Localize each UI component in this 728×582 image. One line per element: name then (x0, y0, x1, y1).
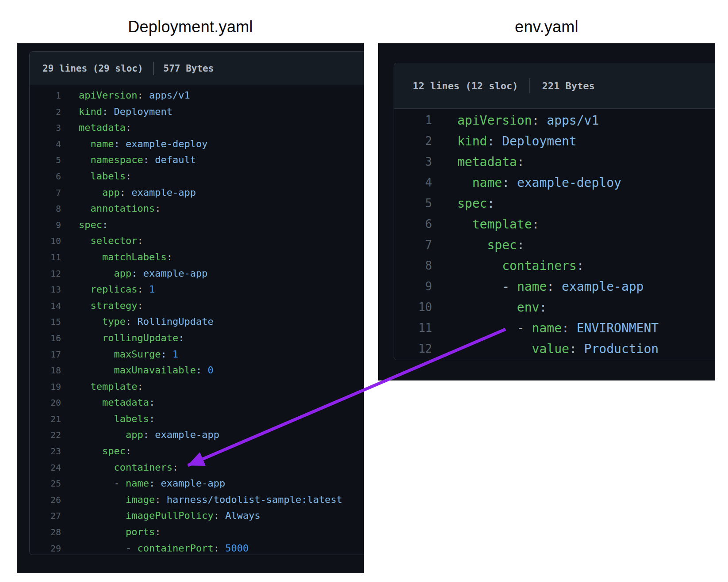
code-text: env: (432, 297, 547, 318)
code-text: containers: (432, 255, 584, 276)
line-number: 15 (30, 314, 61, 330)
line-number: 26 (30, 492, 61, 508)
line-number: 4 (394, 172, 432, 193)
code-text: image: harness/todolist-sample:latest (61, 492, 342, 508)
yaml-colon: : (487, 196, 494, 211)
code-line: 24 containers: (30, 460, 364, 476)
line-number: 20 (30, 395, 61, 411)
yaml-key: metadata (79, 122, 126, 133)
code-text: template: (61, 379, 143, 395)
code-line: 8 annotations: (30, 201, 364, 217)
yaml-key: maxUnavailable (114, 365, 195, 376)
yaml-colon: : (155, 203, 161, 214)
line-number: 23 (30, 443, 61, 460)
yaml-key: kind (457, 134, 487, 148)
yaml-value: Always (225, 510, 260, 521)
line-number: 5 (30, 152, 61, 168)
file-title-env-yaml: env.yaml (378, 18, 715, 36)
yaml-colon: : (114, 138, 119, 149)
code-line: 1apiVersion: apps/v1 (30, 87, 364, 104)
yaml-colon: : (149, 397, 155, 408)
code-text: spec: (61, 443, 131, 460)
yaml-value: Production (584, 342, 659, 356)
yaml-dash: - (126, 543, 138, 554)
line-number: 4 (30, 136, 61, 152)
yaml-key: containerPort (137, 543, 213, 554)
yaml-colon: : (143, 154, 149, 165)
yaml-dash: - (114, 478, 126, 489)
yaml-key: name (91, 138, 114, 149)
yaml-colon: : (532, 113, 540, 128)
yaml-key: metadata (457, 155, 517, 169)
yaml-key: image (126, 494, 155, 505)
yaml-colon: : (547, 279, 554, 294)
code-line: 3metadata: (394, 152, 715, 172)
file-size-label: 577 Bytes (164, 63, 214, 74)
yaml-colon: : (167, 251, 172, 262)
code-text: spec: (432, 193, 494, 214)
code-text: spec: (61, 217, 108, 233)
deployment-yaml-code[interactable]: 1apiVersion: apps/v12kind: Deployment3me… (30, 85, 364, 556)
code-text: name: example-deploy (61, 136, 207, 152)
code-text: template: (432, 214, 539, 235)
yaml-key: spec (79, 219, 102, 230)
line-number: 5 (394, 193, 432, 214)
yaml-key: env (517, 300, 540, 315)
yaml-colon: : (126, 316, 131, 327)
yaml-key: containers (114, 462, 172, 473)
code-line: 12 app: example-app (30, 266, 364, 282)
code-line: 6 labels: (30, 168, 364, 185)
env-yaml-code[interactable]: 1apiVersion: apps/v12kind: Deployment3me… (394, 109, 715, 359)
yaml-colon: : (137, 90, 143, 101)
yaml-colon: : (120, 187, 126, 198)
line-number: 12 (394, 339, 432, 359)
yaml-value: apps/v1 (149, 90, 190, 101)
line-number: 14 (30, 298, 61, 314)
line-number: 2 (394, 131, 432, 152)
yaml-key: selector (91, 235, 138, 246)
line-number: 22 (30, 427, 61, 443)
line-number: 27 (30, 508, 61, 524)
yaml-key: imagePullPolicy (126, 510, 214, 521)
line-number: 16 (30, 330, 61, 346)
code-line: 8 containers: (394, 255, 715, 276)
yaml-key: annotations (91, 203, 155, 214)
yaml-value: default (155, 154, 196, 165)
code-text: rollingUpdate: (61, 330, 184, 346)
yaml-key: strategy (91, 300, 138, 311)
yaml-value: Deployment (502, 134, 577, 148)
line-number: 1 (394, 110, 432, 131)
code-line: 9 - name: example-app (394, 276, 715, 297)
code-text: value: Production (432, 339, 659, 359)
yaml-key: ports (126, 526, 155, 537)
line-number: 3 (30, 120, 61, 136)
yaml-key: kind (79, 106, 102, 117)
code-line: 18 maxUnavailable: 0 (30, 362, 364, 379)
line-number: 28 (30, 524, 61, 540)
yaml-value: example-app (161, 478, 225, 489)
yaml-colon: : (196, 365, 202, 376)
line-number: 19 (30, 379, 61, 395)
yaml-key: name (517, 279, 547, 294)
yaml-colon: : (126, 122, 131, 133)
code-line: 19 template: (30, 379, 364, 395)
yaml-colon: : (214, 543, 219, 554)
code-text: strategy: (61, 298, 143, 314)
code-text: - name: ENVIRONMENT (432, 318, 659, 339)
yaml-key: app (114, 268, 131, 279)
yaml-colon: : (155, 494, 161, 505)
code-line: 9spec: (30, 217, 364, 233)
yaml-key: app (102, 187, 120, 198)
code-line: 29 - containerPort: 5000 (30, 540, 364, 557)
code-text: matchLabels: (61, 249, 172, 266)
code-line: 17 maxSurge: 1 (30, 346, 364, 363)
code-text: labels: (61, 411, 155, 427)
code-line: 5 namespace: default (30, 152, 364, 168)
code-line: 22 app: example-app (30, 427, 364, 443)
code-line: 1apiVersion: apps/v1 (394, 110, 715, 131)
yaml-colon: : (562, 321, 569, 335)
deployment-yaml-file-box: 29 lines (29 sloc) 577 Bytes 1apiVersion… (29, 51, 364, 555)
file-size-label: 221 Bytes (542, 80, 594, 91)
yaml-colon: : (532, 217, 540, 232)
line-number: 17 (30, 346, 61, 363)
